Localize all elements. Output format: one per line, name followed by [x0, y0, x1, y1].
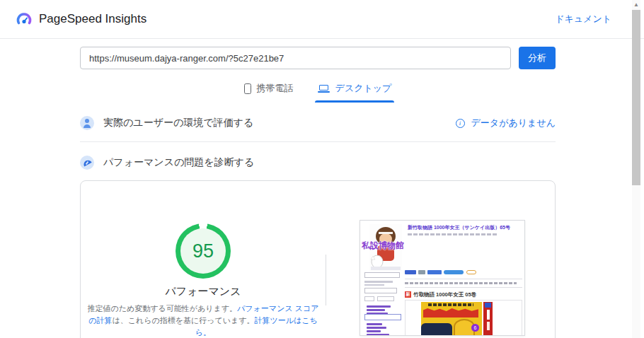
users-icon	[80, 116, 94, 130]
cover-imprint-text	[428, 303, 473, 306]
info-icon: i	[456, 119, 465, 128]
section-divider	[80, 141, 556, 142]
thumbnail-divider	[405, 287, 522, 288]
laptop-icon	[318, 85, 330, 93]
spine-text-block	[487, 310, 490, 320]
thumbnail-panel: 私設博物館 新竹取物語 1000年女王（サンケイ出版）65号	[326, 181, 555, 338]
thumbnail-comic-cover: 6	[421, 302, 482, 335]
scrollbar-up-arrow-icon[interactable]: ▲	[632, 0, 640, 9]
tab-mobile[interactable]: 携帯電話	[241, 80, 297, 103]
phone-icon	[244, 83, 251, 94]
thumbnail-nav-link	[367, 323, 382, 325]
scrollbar-thumb[interactable]	[632, 10, 640, 185]
analyze-button[interactable]: 分析	[519, 47, 556, 69]
thumbnail-share-button	[418, 270, 425, 274]
thumbnail-share-button	[444, 270, 464, 274]
thumbnail-comic-spine	[483, 302, 493, 335]
thumbnail-button	[364, 296, 374, 301]
thumbnail-meta-line	[364, 281, 393, 283]
score-panel: 95 パフォーマンス 推定値のため変動する可能性があります。パフォーマンス スコ…	[81, 181, 326, 338]
note-text-2: は、これらの指標を基に行っています。	[112, 316, 254, 325]
docs-link[interactable]: ドキュメント	[555, 13, 611, 25]
thumbnail-tag-line	[405, 282, 517, 284]
note-text-1: 推定値のため変動する可能性があります。	[88, 304, 238, 313]
analyze-form: 分析	[80, 47, 556, 69]
thumbnail-nav-link	[367, 334, 389, 336]
device-tabs: 携帯電話 デスクトップ	[80, 80, 556, 103]
spine-text-block	[487, 322, 490, 330]
url-input[interactable]	[80, 47, 511, 69]
tab-mobile-label: 携帯電話	[257, 82, 294, 95]
speedometer-icon	[80, 156, 94, 170]
thumbnail-meta-line	[364, 284, 384, 286]
cover-art-shape	[421, 323, 452, 335]
scrollbar[interactable]: ▲	[632, 0, 640, 338]
no-data-label: データがありません	[471, 117, 556, 129]
thumbnail-article-heading: 竹取物語 1000年女王 05巻	[413, 291, 519, 298]
thumbnail-dropdown	[364, 272, 400, 278]
cover-title-art	[423, 308, 478, 317]
performance-card: 95 パフォーマンス 推定値のため変動する可能性があります。パフォーマンス スコ…	[80, 180, 556, 338]
performance-score-gauge[interactable]: 95	[176, 223, 231, 279]
thumbnail-divider	[405, 279, 522, 279]
thumbnail-site-name: 私設博物館	[362, 240, 411, 252]
no-data-link[interactable]: i データがありません	[456, 117, 556, 129]
diagnose-section-title: パフォーマンスの問題を診断する	[103, 156, 254, 169]
performance-label: パフォーマンス	[165, 285, 241, 298]
thumbnail-share-button	[427, 270, 442, 274]
thumbnail-new-badge: 新	[405, 291, 411, 298]
thumbnail-nav-link	[367, 327, 386, 329]
page-screenshot-thumbnail[interactable]: 私設博物館 新竹取物語 1000年女王（サンケイ出版）65号	[360, 220, 525, 336]
active-tab-underline	[315, 100, 395, 103]
tab-desktop-label: デスクトップ	[335, 82, 392, 95]
diagnose-section: パフォーマンスの問題を診断する	[80, 156, 556, 170]
field-data-section: 実際のユーザーの環境で評価する i データがありません	[80, 116, 556, 130]
cover-volume-badge: 6	[471, 324, 479, 332]
performance-note: 推定値のため変動する可能性があります。パフォーマンス スコアの計算は、これらの指…	[86, 303, 321, 338]
tab-desktop[interactable]: デスクトップ	[315, 80, 395, 103]
app-header: PageSpeed Insights ドキュメント	[0, 0, 644, 39]
thumbnail-button	[377, 296, 394, 301]
thumbnail-nav-link	[367, 305, 391, 308]
thumbnail-share-button	[466, 270, 476, 274]
thumbnail-cover-frame: 6	[405, 300, 522, 336]
spine-label	[485, 303, 491, 308]
thumbnail-breadcrumb	[408, 233, 497, 235]
pagespeed-logo-icon	[16, 11, 33, 28]
thumbnail-search-box	[364, 288, 397, 293]
page-title: PageSpeed Insights	[39, 12, 146, 26]
field-section-title: 実際のユーザーの環境で評価する	[103, 117, 253, 129]
thumbnail-list-header	[364, 314, 401, 320]
thumbnail-nav-link	[367, 309, 385, 311]
thumbnail-share-button	[405, 270, 416, 274]
thumbnail-nav-link	[367, 330, 381, 332]
thumbnail-page-title: 新竹取物語 1000年女王（サンケイ出版）65号	[408, 225, 524, 231]
performance-score-value: 95	[180, 228, 226, 274]
